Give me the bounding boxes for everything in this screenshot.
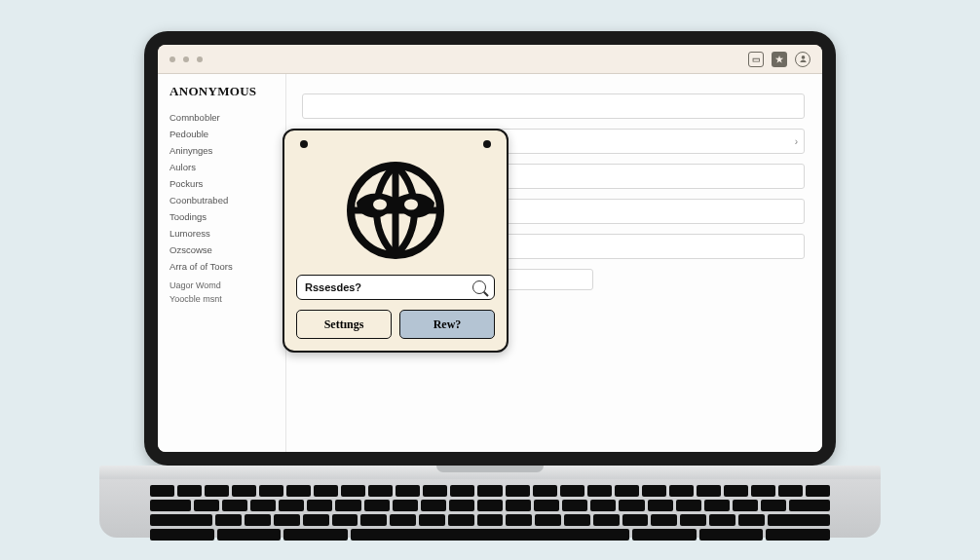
svg-point-0	[801, 56, 805, 59]
laptop-keyboard	[99, 479, 881, 538]
sidebar-item[interactable]: Toodings	[170, 208, 285, 225]
anonymous-dialog: Rssesdes? Settıngs Rew?	[283, 129, 509, 353]
form-field[interactable]	[302, 93, 805, 119]
mask-globe-icon	[296, 152, 495, 275]
chevron-right-icon: ›	[795, 136, 798, 147]
settings-button[interactable]: Settıngs	[296, 310, 392, 339]
dialog-search-input[interactable]: Rssesdes?	[296, 275, 495, 300]
sidebar-item[interactable]: Pockurs	[170, 175, 285, 192]
window-chrome: ▭ ★	[158, 45, 822, 74]
status-user-icon[interactable]	[795, 52, 810, 67]
sidebar-meta: Yoocble msnt	[170, 292, 285, 306]
status-badge-icon[interactable]: ★	[772, 52, 787, 67]
search-placeholder: Rssesdes?	[305, 281, 472, 293]
sidebar-meta: Uagor Womd	[170, 279, 285, 292]
status-card-icon[interactable]: ▭	[748, 52, 764, 67]
sidebar-item[interactable]: Comnbobler	[170, 109, 285, 126]
window-dot	[197, 56, 203, 62]
sidebar-item[interactable]: Lumoress	[170, 225, 285, 242]
svg-point-3	[404, 200, 418, 210]
window-dot	[183, 56, 189, 62]
sidebar-title: Anonymous	[170, 84, 285, 99]
sidebar-item[interactable]: Pedouble	[170, 126, 285, 142]
sidebar-item[interactable]: Coonbutrabed	[170, 192, 285, 208]
laptop-frame: ▭ ★ Anonymous Comnbobler Pedouble Aninyn…	[144, 31, 836, 466]
sidebar-item[interactable]: Aulors	[170, 159, 285, 175]
work-area: Anonymous Comnbobler Pedouble Aninynges …	[158, 74, 822, 452]
sidebar-item[interactable]: Ozscowse	[170, 242, 285, 258]
svg-point-2	[373, 200, 387, 210]
sidebar-item[interactable]: Aninynges	[170, 142, 285, 159]
laptop-hinge	[99, 466, 881, 479]
dialog-pins	[296, 140, 495, 148]
sidebar: Anonymous Comnbobler Pedouble Aninynges …	[158, 74, 286, 452]
sidebar-item[interactable]: Arra of of Toors	[170, 258, 285, 275]
screen: ▭ ★ Anonymous Comnbobler Pedouble Aninyn…	[158, 45, 822, 452]
review-button[interactable]: Rew?	[399, 310, 495, 339]
window-dot	[170, 56, 175, 62]
search-icon	[472, 280, 486, 294]
laptop-notch	[436, 466, 544, 472]
